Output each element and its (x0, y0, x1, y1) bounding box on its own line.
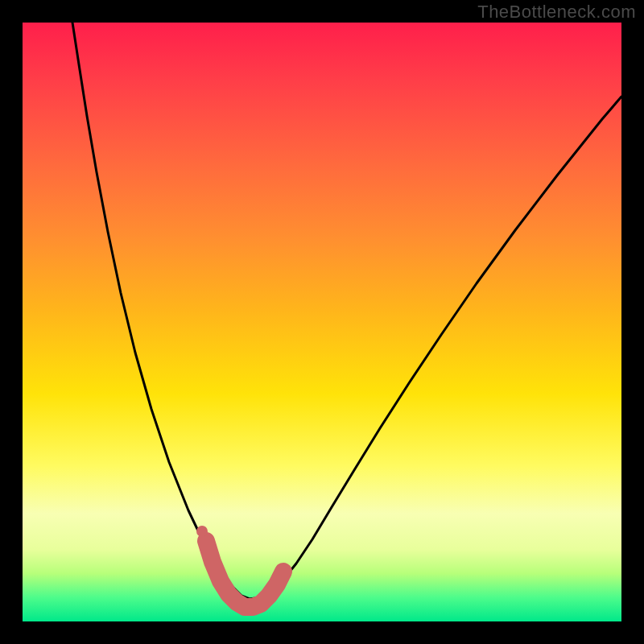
fat-overlay-curve (206, 541, 283, 607)
plot-area (23, 23, 621, 621)
watermark-text: TheBottleneck.com (477, 2, 636, 23)
fat-overlay-dot (196, 526, 208, 537)
curve-layer (23, 23, 621, 621)
chart-frame: TheBottleneck.com (0, 0, 644, 644)
bottleneck-curve (72, 23, 621, 599)
